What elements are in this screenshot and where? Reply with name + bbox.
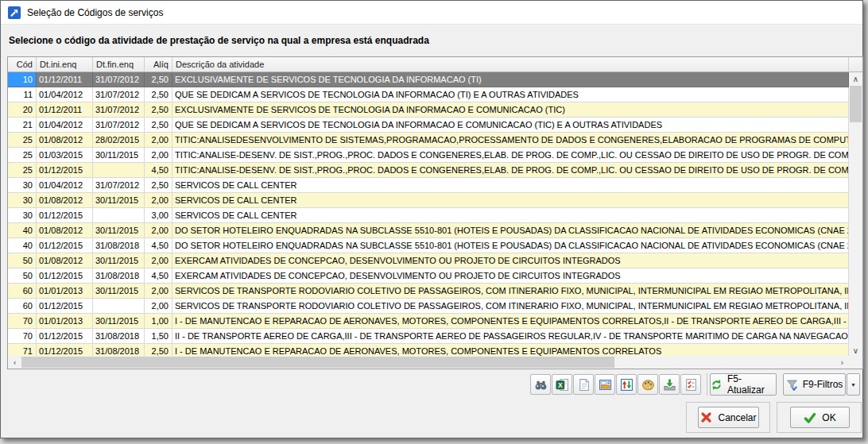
cell-cod[interactable]: 60 — [8, 299, 37, 314]
cell-dt-fin[interactable] — [93, 163, 145, 178]
table-row[interactable]: 40 01/08/2012 30/11/2015 2,00 DO SETOR H… — [8, 223, 849, 238]
table-row[interactable]: 50 01/08/2012 30/11/2015 2,00 EXERCAM AT… — [8, 253, 849, 268]
cell-descricao[interactable]: EXERCAM ATIVIDADES DE CONCEPCAO, DESENVO… — [172, 268, 849, 284]
cell-dt-fin[interactable]: 31/08/2018 — [93, 238, 145, 253]
cell-descricao[interactable]: QUE SE DEDICAM A SERVICOS DE TECNOLOGIA … — [172, 87, 849, 102]
cell-dt-ini[interactable]: 01/12/2015 — [37, 268, 93, 284]
vertical-scrollbar-thumb[interactable] — [850, 86, 862, 122]
cell-cod[interactable]: 21 — [8, 118, 37, 133]
cell-cod[interactable]: 40 — [8, 238, 37, 253]
cell-aliq[interactable]: 2,50 — [145, 72, 172, 87]
cancel-button[interactable]: Cancelar — [698, 407, 759, 428]
cell-descricao[interactable]: EXERCAM ATIVIDADES DE CONCEPCAO, DESENVO… — [172, 253, 849, 268]
cell-descricao[interactable]: EXCLUSIVAMENTE DE SERVICOS DE TECNOLOGIA… — [172, 102, 849, 118]
cell-descricao[interactable]: DO SETOR HOTELEIRO ENQUADRADAS NA SUBCLA… — [172, 223, 849, 238]
column-header-cod[interactable]: Cód — [8, 57, 37, 72]
cell-dt-fin[interactable]: 30/11/2015 — [93, 284, 145, 299]
cell-dt-fin[interactable]: 30/11/2015 — [93, 314, 145, 329]
cell-cod[interactable]: 40 — [8, 223, 37, 238]
filters-button[interactable]: F9-Filtros — [783, 373, 846, 396]
cell-aliq[interactable]: 2,00 — [145, 284, 172, 299]
cell-aliq[interactable]: 2,00 — [145, 223, 172, 238]
cell-dt-ini[interactable]: 01/12/2015 — [37, 238, 93, 253]
cell-cod[interactable]: 25 — [8, 148, 37, 163]
print-icon[interactable] — [595, 374, 615, 395]
document-icon[interactable] — [573, 374, 594, 395]
cell-dt-ini[interactable]: 01/03/2015 — [37, 148, 93, 163]
cell-dt-ini[interactable]: 01/01/2013 — [37, 314, 93, 329]
column-header-dt-ini[interactable]: Dt.ini.enq — [37, 57, 93, 72]
table-row[interactable]: 40 01/12/2015 31/08/2018 4,50 DO SETOR H… — [8, 238, 849, 253]
table-row[interactable]: 25 01/08/2012 28/02/2015 2,00 TITIC:ANAL… — [8, 133, 849, 148]
cell-dt-ini[interactable]: 01/08/2012 — [37, 223, 93, 238]
cell-cod[interactable]: 60 — [8, 284, 37, 299]
scroll-right-icon[interactable]: › — [835, 356, 849, 369]
cell-dt-ini[interactable]: 01/12/2011 — [37, 102, 93, 118]
cell-dt-ini[interactable]: 01/12/2015 — [37, 163, 93, 178]
cell-dt-fin[interactable]: 31/07/2012 — [93, 87, 145, 102]
cell-descricao[interactable]: TITIC:ANALISE-DESENV. DE SIST.,PROG.,PRO… — [172, 148, 849, 163]
table-row[interactable]: 70 01/12/2015 31/08/2018 1,50 II - DE TR… — [8, 329, 849, 344]
cell-descricao[interactable]: SERVICOS DE TRANSPORTE RODOVIARIO COLETI… — [172, 299, 849, 314]
cell-descricao[interactable]: DO SETOR HOTELEIRO ENQUADRADAS NA SUBCLA… — [172, 238, 849, 253]
cell-cod[interactable]: 20 — [8, 102, 37, 118]
table-row[interactable]: 25 01/12/2015 4,50 TITIC:ANALISE-DESENV.… — [8, 163, 849, 178]
table-row[interactable]: 30 01/12/2015 3,00 SERVICOS DE CALL CENT… — [8, 208, 849, 223]
cell-cod[interactable]: 25 — [8, 163, 37, 178]
table-row[interactable]: 60 01/01/2013 30/11/2015 2,00 SERVICOS D… — [8, 284, 849, 299]
palette-icon[interactable] — [637, 374, 658, 395]
table-row[interactable]: 30 01/08/2012 30/11/2015 2,00 SERVICOS D… — [8, 193, 849, 208]
cell-descricao[interactable]: QUE SE DEDICAM A SERVICOS DE TECNOLOGIA … — [172, 118, 849, 133]
cell-cod[interactable]: 70 — [8, 329, 37, 344]
cell-dt-fin[interactable]: 30/11/2015 — [93, 253, 145, 268]
table-row[interactable]: 20 01/12/2011 31/07/2012 2,50 EXCLUSIVAM… — [8, 102, 849, 118]
cell-dt-fin[interactable]: 28/02/2015 — [93, 133, 145, 148]
column-header-aliq[interactable]: Alíq — [145, 57, 172, 72]
cell-dt-ini[interactable]: 01/12/2015 — [37, 329, 93, 344]
cell-aliq[interactable]: 4,50 — [145, 238, 172, 253]
cell-descricao[interactable]: SERVICOS DE CALL CENTER — [172, 178, 849, 193]
cell-dt-fin[interactable]: 31/07/2012 — [93, 102, 145, 118]
cell-aliq[interactable]: 3,00 — [145, 208, 172, 223]
cell-descricao[interactable]: SERVICOS DE CALL CENTER — [172, 208, 849, 223]
scroll-left-icon[interactable]: ‹ — [8, 356, 21, 369]
cell-dt-fin[interactable] — [93, 299, 145, 314]
cell-dt-ini[interactable]: 01/04/2012 — [37, 118, 93, 133]
table-row[interactable]: 30 01/04/2012 31/07/2012 2,50 SERVICOS D… — [8, 178, 849, 193]
cell-aliq[interactable]: 2,00 — [145, 193, 172, 208]
excel-icon[interactable]: X — [552, 374, 572, 395]
cell-dt-ini[interactable]: 01/04/2012 — [37, 178, 93, 193]
cell-aliq[interactable]: 2,50 — [145, 178, 172, 193]
cell-cod[interactable]: 10 — [8, 72, 37, 87]
cell-aliq[interactable]: 1,50 — [145, 329, 172, 344]
cell-descricao[interactable]: I - DE MANUTENCAO E REPARACAO DE AERONAV… — [172, 314, 849, 329]
cell-cod[interactable]: 30 — [8, 208, 37, 223]
cell-aliq[interactable]: 2,00 — [145, 148, 172, 163]
cell-cod[interactable]: 30 — [8, 193, 37, 208]
cell-aliq[interactable]: 2,00 — [145, 253, 172, 268]
cell-cod[interactable]: 50 — [8, 253, 37, 268]
cell-aliq[interactable]: 2,50 — [145, 87, 172, 102]
cell-dt-fin[interactable]: 31/08/2018 — [93, 329, 145, 344]
cell-aliq[interactable]: 2,50 — [145, 102, 172, 118]
filters-dropdown-button[interactable]: ▼ — [847, 373, 860, 396]
cell-dt-fin[interactable]: 31/07/2012 — [93, 178, 145, 193]
cell-dt-ini[interactable]: 01/12/2015 — [37, 208, 93, 223]
table-row[interactable]: 70 01/01/2013 30/11/2015 1,00 I - DE MAN… — [8, 314, 849, 329]
cell-dt-fin[interactable]: 30/11/2015 — [93, 223, 145, 238]
cell-aliq[interactable]: 1,00 — [145, 314, 172, 329]
cell-dt-ini[interactable]: 01/12/2011 — [37, 72, 93, 87]
cell-dt-ini[interactable]: 01/08/2012 — [37, 253, 93, 268]
horizontal-scrollbar-thumb[interactable] — [21, 357, 614, 368]
ok-button[interactable]: OK — [790, 407, 850, 428]
column-header-dt-fin[interactable]: Dt.fin.enq — [93, 57, 145, 72]
table-row[interactable]: 50 01/12/2015 31/08/2018 4,50 EXERCAM AT… — [8, 268, 849, 284]
horizontal-scrollbar[interactable]: ‹ › — [8, 356, 849, 369]
cell-descricao[interactable]: II - DE TRANSPORTE AEREO DE CARGA,III - … — [172, 329, 849, 344]
cell-dt-fin[interactable]: 31/08/2018 — [93, 268, 145, 284]
cell-descricao[interactable]: SERVICOS DE CALL CENTER — [172, 193, 849, 208]
cell-aliq[interactable]: 4,50 — [145, 268, 172, 284]
cell-dt-fin[interactable] — [93, 208, 145, 223]
cell-cod[interactable]: 11 — [8, 87, 37, 102]
cell-descricao[interactable]: EXCLUSIVAMENTE DE SERVICOS DE TECNOLOGIA… — [172, 72, 849, 87]
